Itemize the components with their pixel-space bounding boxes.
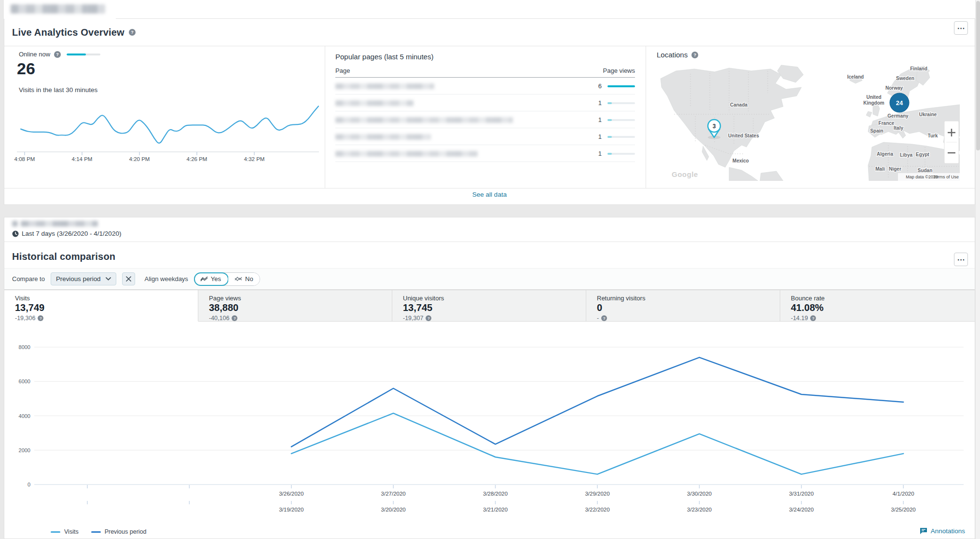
close-icon xyxy=(126,276,131,282)
page-views-value: 1 xyxy=(589,99,602,107)
popular-page-row[interactable]: 1 xyxy=(335,146,635,162)
report-title-redacted xyxy=(21,221,98,227)
popular-page-row[interactable]: 1 xyxy=(335,129,635,145)
comparison-date-label: 3/25/2020 xyxy=(891,507,916,512)
map-country-label: Sweden xyxy=(896,76,914,81)
map-country-label: Mexico xyxy=(732,158,749,163)
map-country-label: Germany xyxy=(887,113,909,119)
metric-value: 0 xyxy=(597,302,780,313)
popular-page-row[interactable]: 1 xyxy=(335,95,635,111)
scrollbar-thumb[interactable] xyxy=(976,1,980,150)
page-url-redacted[interactable] xyxy=(335,83,434,89)
footer-divider xyxy=(4,188,975,189)
chart-legend: Visits Previous period xyxy=(51,528,147,535)
popular-pages-table-header: Page Page views xyxy=(335,67,635,74)
map-country-label: Ukraine xyxy=(919,112,937,117)
x-axis-date-label: 4/1/2020 xyxy=(893,491,914,497)
page-views-value: 1 xyxy=(589,116,602,123)
comparison-date-label: 3/21/2020 xyxy=(483,507,508,512)
page-url-redacted[interactable] xyxy=(335,117,513,123)
map-country-label: Sudan xyxy=(918,168,933,173)
clock-icon xyxy=(12,230,19,237)
help-icon[interactable]: ? xyxy=(232,315,237,321)
marker-count: 3 xyxy=(713,123,716,130)
x-axis-date-label: 3/31/2020 xyxy=(789,491,814,497)
metric-delta: -40,106 xyxy=(209,315,229,322)
metric-label: Returning visitors xyxy=(597,295,780,302)
see-all-data-link[interactable]: See all data xyxy=(4,191,975,198)
metric-tab-visits[interactable]: Visits 13,749 -19,306? xyxy=(4,290,198,322)
card-menu-button[interactable]: ⋯ xyxy=(954,21,968,35)
divider xyxy=(4,242,975,242)
metric-tab-bounce-rate[interactable]: Bounce rate 41.08% -14.19? xyxy=(780,290,975,322)
terms-of-use-link[interactable]: Terms of Use xyxy=(933,175,959,179)
page-url-redacted[interactable] xyxy=(335,100,414,106)
comparison-date-label: 3/24/2020 xyxy=(789,507,814,512)
locations-map[interactable]: CanadaUnited StatesMexicoIcelandFinlandS… xyxy=(657,64,960,181)
online-now-progress-fill xyxy=(67,54,86,55)
metric-tab-returning-visitors[interactable]: Returning visitors 0 -? xyxy=(586,290,780,322)
metric-tab-unique-visitors[interactable]: Unique visitors 13,745 -19,307? xyxy=(392,290,586,322)
legend-label: Visits xyxy=(64,528,79,535)
help-icon[interactable]: ? xyxy=(38,315,43,321)
help-icon[interactable]: ? xyxy=(426,315,431,321)
series-line-visits xyxy=(291,413,903,474)
online-now-progress xyxy=(67,54,100,55)
google-logo[interactable]: Google xyxy=(672,170,698,178)
section-header: Historical comparison xyxy=(12,246,115,267)
metric-delta: -14.19 xyxy=(791,315,808,322)
help-icon[interactable]: ? xyxy=(129,29,136,36)
page-views-bar xyxy=(607,85,635,87)
crossed-lines-icon xyxy=(235,276,242,282)
popular-page-row[interactable]: 1 xyxy=(335,112,635,128)
legend-item-visits[interactable]: Visits xyxy=(51,528,79,535)
map-country-label: Niger xyxy=(889,166,901,172)
section-title: Historical comparison xyxy=(12,251,115,262)
popular-page-row[interactable]: 6 xyxy=(335,78,635,94)
x-axis-date-label: 3/27/2020 xyxy=(381,491,406,497)
sparkline-series xyxy=(21,106,318,143)
page-views-value: 6 xyxy=(589,82,602,90)
help-icon[interactable]: ? xyxy=(54,51,61,58)
map-country-label: Norway xyxy=(885,85,903,91)
page-url-redacted[interactable] xyxy=(335,151,478,157)
historical-comparison-chart: 800060004000200003/26/20203/27/20203/28/… xyxy=(4,322,976,524)
map-country-label: Italy xyxy=(894,125,903,131)
live-card-header: Live Analytics Overview ? xyxy=(12,22,136,43)
clear-comparison-button[interactable] xyxy=(122,272,135,285)
page-url-redacted[interactable] xyxy=(335,134,431,140)
online-now-label: Online now xyxy=(19,51,50,58)
align-weekdays-yes-button[interactable]: Yes xyxy=(194,272,229,286)
metric-label: Page views xyxy=(209,295,392,302)
metric-tab-page-views[interactable]: Page views 38,880 -40,106? xyxy=(198,290,392,322)
yes-label: Yes xyxy=(211,275,221,283)
page-views-bar xyxy=(607,136,635,138)
map-country-label: Algeria xyxy=(877,151,893,157)
y-axis-label: 2000 xyxy=(19,447,30,453)
popular-pages-title: Popular pages (last 5 minutes) xyxy=(335,53,433,61)
table-header-rule xyxy=(335,77,635,78)
legend-item-previous-period[interactable]: Previous period xyxy=(91,528,147,535)
help-icon[interactable]: ? xyxy=(601,315,607,321)
comparison-date-label: 3/23/2020 xyxy=(687,507,712,512)
browser-tab-redacted[interactable] xyxy=(11,4,105,13)
comparison-date-label: 3/20/2020 xyxy=(381,507,406,512)
map-marker-large[interactable]: 24 xyxy=(890,93,909,112)
help-icon[interactable]: ? xyxy=(691,52,698,58)
chevron-down-icon xyxy=(106,277,111,281)
align-weekdays-no-button[interactable]: No xyxy=(228,273,260,285)
annotations-link[interactable]: Annotations xyxy=(920,527,965,535)
online-now-value: 26 xyxy=(17,59,35,78)
column-header-page: Page xyxy=(335,67,350,74)
metric-delta: - xyxy=(597,315,599,322)
help-icon[interactable]: ? xyxy=(810,315,816,321)
no-label: No xyxy=(245,275,253,283)
compare-to-dropdown[interactable]: Previous period xyxy=(51,272,116,285)
page-title: Live Analytics Overview xyxy=(12,27,124,38)
metric-value: 38,880 xyxy=(209,302,392,313)
sparkline-time-label: 4:20 PM xyxy=(129,156,150,162)
page-views-bar xyxy=(607,119,635,121)
card-menu-button[interactable]: ⋯ xyxy=(954,253,968,266)
map-country-label: Kingdom xyxy=(863,100,884,106)
scrollbar[interactable] xyxy=(975,0,980,539)
